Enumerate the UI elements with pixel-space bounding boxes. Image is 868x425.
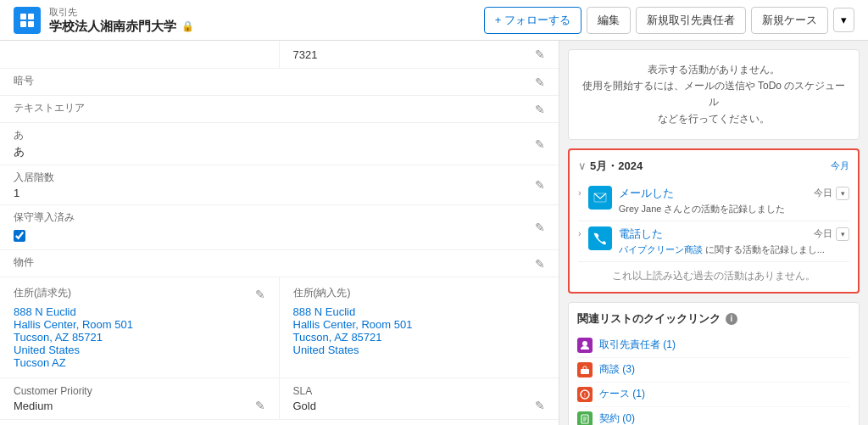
activity-title-2[interactable]: 電話した [619,226,663,242]
header-meta: 取引先 学校法人湘南赤門大学 🔒 [49,6,194,35]
activity-section: ∨ 5月・2024 今月 › メールした 今日 [568,148,860,294]
bottom-row: Customer Priority Medium ✎ SLA Gold ✎ [0,378,559,420]
phone-activity-icon [588,226,612,250]
right-panel: 表示する活動がありません。使用を開始するには、メールの送信や ToDo のスケジ… [559,41,868,425]
activity-body-2: 電話した 今日 ▾ パイプクリーン商談 に関する活動を記録しまし... [619,226,849,256]
no-activity-box: 表示する活動がありません。使用を開始するには、メールの送信や ToDo のスケジ… [568,49,860,140]
svg-text:!: ! [584,392,586,398]
deal-icon [580,365,590,375]
sla-label: SLA [293,385,546,397]
more-actions-button[interactable]: ▾ [833,8,854,32]
quicklink-商談: 商談 (3) [577,358,850,383]
物件-edit-icon[interactable]: ✎ [535,257,545,271]
contract-icon [580,414,590,424]
field-テキストエリア: テキストエリア ✎ [0,96,559,123]
billing-line5[interactable]: Tucson AZ [14,356,265,369]
customer-priority-value: Medium [14,400,53,412]
app-icon [14,7,41,34]
phone-icon [593,232,607,245]
activity-title-row-1: メールした 今日 ▾ [619,186,849,201]
svg-rect-3 [28,21,34,27]
info-icon: i [726,313,737,325]
header-actions: + フォローする 編集 新規取引先責任者 新規ケース ▾ [484,7,854,34]
ql-link-ケース[interactable]: ケース (1) [599,387,645,401]
activity-dropdown-1[interactable]: ▾ [836,187,849,200]
ql-link-商談[interactable]: 商談 (3) [599,362,635,377]
activity-sub-2: パイプクリーン商談 に関する活動を記録しまし... [619,243,849,256]
保守導入済み-label: 保守導入済み [14,210,75,225]
入居階数-label: 入居階数 [14,171,54,185]
activity-time-1: 今日 ▾ [814,187,849,200]
保守導入済み-checkbox[interactable] [14,230,25,242]
field-暗号: 暗号 ✎ [0,69,559,96]
ql-link-取引先責任者[interactable]: 取引先責任者 (1) [599,338,676,352]
billing-address-label: 住所(請求先) [14,286,71,300]
customer-priority-label: Customer Priority [14,385,265,397]
page-header: 取引先 学校法人湘南赤門大学 🔒 + フォローする 編集 新規取引先責任者 新規… [0,0,868,41]
contact-ql-icon [577,338,593,353]
billing-address-edit-icon[interactable]: ✎ [255,288,265,301]
header-left: 取引先 学校法人湘南赤門大学 🔒 [14,6,194,35]
billing-line3[interactable]: Tucson, AZ 85721 [14,331,265,344]
activity-header: ∨ 5月・2024 今月 [578,159,849,174]
no-more-activity: これ以上読み込む過去の活動はありません。 [578,262,849,283]
ql-link-契約[interactable]: 契約 (0) [599,411,635,425]
left-panel: 7321 ✎ 暗号 ✎ テキストエリア ✎ あ あ [0,41,559,425]
入居階数-edit-icon[interactable]: ✎ [535,178,545,192]
暗号-edit-icon[interactable]: ✎ [535,75,545,89]
あ-label: あ [14,128,25,143]
address-section: 住所(請求先) ✎ 888 N Euclid Hallis Center, Ro… [0,277,559,378]
保守導入済み-edit-icon[interactable]: ✎ [535,221,545,234]
activity-body-1: メールした 今日 ▾ Grey Jane さんとの活動を記録しました [619,186,849,215]
page-title: 学校法人湘南赤門大学 🔒 [49,19,194,35]
sla-value: Gold [293,400,316,412]
activity-month: 5月・2024 [590,159,643,174]
入居階数-value: 1 [14,187,54,199]
暗号-label: 暗号 [14,74,34,88]
contract-ql-icon [577,411,593,425]
email-icon [593,191,607,204]
billing-line1[interactable]: 888 N Euclid [14,305,265,318]
breadcrumb: 取引先 [49,6,194,19]
field-保守導入済み: 保守導入済み ✎ [0,205,559,250]
field-入居階数: 入居階数 1 ✎ [0,165,559,205]
empty-col [0,41,280,68]
pipeline-link[interactable]: パイプクリーン商談 [619,244,703,254]
svg-point-5 [582,341,587,346]
edit-button[interactable]: 編集 [587,7,631,34]
テキストエリア-edit-icon[interactable]: ✎ [535,103,545,116]
activity-time-2: 今日 ▾ [814,227,849,241]
expand-arrow-2[interactable]: › [578,228,581,238]
物件-label: 物件 [14,255,34,270]
sla-edit-icon[interactable]: ✎ [535,399,545,412]
customer-priority-col: Customer Priority Medium ✎ [0,378,280,419]
top-row: 7321 ✎ [0,41,559,69]
shipping-address-label: 住所(納入先) [293,286,351,300]
shipping-line1[interactable]: 888 N Euclid [293,305,546,318]
quicklink-ケース: ! ケース (1) [577,383,850,407]
new-contact-button[interactable]: 新規取引先責任者 [636,7,746,34]
this-month-badge: 今月 [831,159,849,172]
テキストエリア-label: テキストエリア [14,101,85,115]
shipping-line2[interactable]: Hallis Center, Room 501 [293,318,546,331]
billing-line4[interactable]: United States [14,344,265,356]
svg-rect-0 [20,14,26,20]
grid-icon [19,12,36,29]
あ-edit-icon[interactable]: ✎ [535,137,545,151]
number-edit-icon[interactable]: ✎ [535,48,545,61]
case-ql-icon: ! [577,387,593,402]
expand-arrow-1[interactable]: › [578,187,581,198]
activity-title-1[interactable]: メールした [619,186,674,201]
shipping-line4[interactable]: United States [293,344,546,356]
new-case-button[interactable]: 新規ケース [751,7,828,34]
no-activity-text: 表示する活動がありません。使用を開始するには、メールの送信や ToDo のスケジ… [582,64,846,125]
shipping-line3[interactable]: Tucson, AZ 85721 [293,331,546,344]
case-icon: ! [580,389,590,400]
quicklinks-header: 関連リストのクイックリンク i [577,311,850,327]
customer-priority-edit-icon[interactable]: ✎ [255,399,265,412]
activity-dropdown-2[interactable]: ▾ [836,227,849,241]
activity-item-2: › 電話した 今日 ▾ パイプクリーン商談 [578,221,849,262]
quicklinks-section: 関連リストのクイックリンク i 取引先責任者 (1) 商談 (3) ! ケ [568,302,860,425]
billing-line2[interactable]: Hallis Center, Room 501 [14,318,265,331]
follow-button[interactable]: + フォローする [484,7,581,34]
